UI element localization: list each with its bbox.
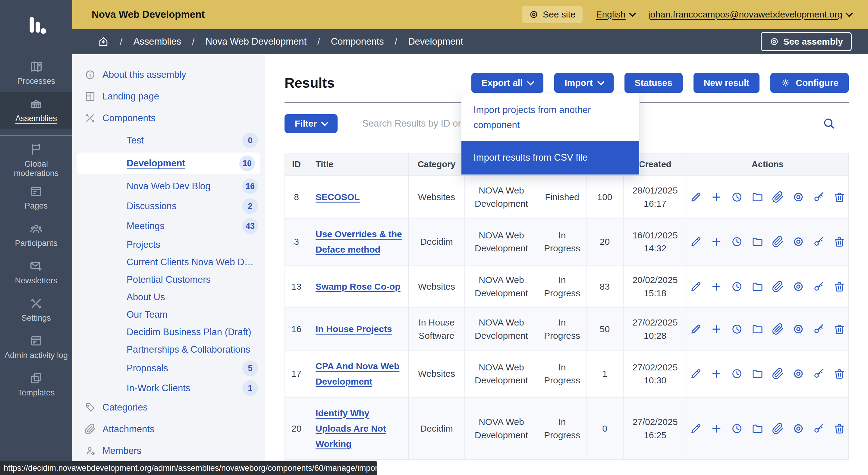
sidebar-item-admin-activity-log[interactable]: Admin activity log [0, 328, 72, 366]
folder-icon[interactable] [751, 323, 764, 335]
folder-icon[interactable] [751, 281, 764, 293]
user-menu[interactable]: johan.francocampos@novawebdevelopment.or… [648, 9, 852, 20]
add-icon[interactable] [710, 191, 722, 203]
delete-icon[interactable] [833, 323, 845, 335]
assembly-menu-partnerships-collaborations[interactable]: Partnerships & Collaborations [84, 343, 258, 356]
attachments-icon[interactable] [772, 422, 784, 435]
attachments-icon[interactable] [772, 191, 784, 203]
import-menu-item[interactable]: Import results from CSV file [461, 141, 639, 174]
assembly-menu-development[interactable]: Development 10 [77, 153, 260, 174]
breadcrumb-item[interactable]: Development [408, 36, 463, 47]
preview-icon[interactable] [792, 281, 804, 293]
edit-icon[interactable] [690, 236, 702, 248]
assembly-menu-discussions[interactable]: Discussions 2 [84, 198, 258, 214]
sidebar-item-assemblies[interactable]: Assemblies [0, 92, 72, 129]
assembly-menu-decidim-business-plan-draft[interactable]: Decidim Business Plan (Draft) [84, 325, 258, 339]
sidebar-item-pages[interactable]: Pages [0, 179, 72, 216]
history-icon[interactable] [731, 191, 743, 203]
assembly-menu-about-this-assembly[interactable]: About this assembly [84, 67, 258, 82]
edit-icon[interactable] [690, 422, 702, 435]
history-icon[interactable] [731, 281, 743, 293]
history-icon[interactable] [731, 422, 743, 435]
assembly-menu-landing-page[interactable]: Landing page [84, 89, 258, 104]
import-menu-item[interactable]: Import projects from another component [461, 94, 639, 141]
sidebar-item-global-moderations[interactable]: Global moderations [0, 141, 72, 179]
folder-icon[interactable] [751, 236, 764, 248]
folder-icon[interactable] [751, 191, 764, 203]
edit-icon[interactable] [690, 323, 702, 335]
folder-icon[interactable] [751, 422, 764, 435]
preview-icon[interactable] [792, 323, 804, 335]
preview-icon[interactable] [792, 368, 804, 380]
new-result-button[interactable]: New result [693, 73, 760, 93]
sidebar-item-newsletters[interactable]: Newsletters [0, 254, 72, 291]
import-button[interactable]: Import [554, 73, 613, 93]
assembly-menu-in-work-clients[interactable]: In-Work Clients 1 [84, 380, 258, 396]
sidebar-item-processes[interactable]: Processes [0, 54, 72, 92]
delete-icon[interactable] [833, 191, 845, 203]
assembly-menu-about-us[interactable]: About Us [84, 290, 258, 304]
preview-icon[interactable] [792, 422, 804, 435]
add-icon[interactable] [710, 368, 722, 380]
folder-icon[interactable] [751, 368, 764, 380]
assembly-menu-members[interactable]: Members [84, 444, 258, 458]
assembly-menu-meetings[interactable]: Meetings 43 [84, 218, 258, 234]
search-icon[interactable] [822, 117, 835, 130]
attachments-icon[interactable] [772, 281, 784, 293]
edit-icon[interactable] [690, 368, 702, 380]
preview-icon[interactable] [792, 236, 804, 248]
export-all-button[interactable]: Export all [471, 73, 544, 93]
attachments-icon[interactable] [772, 236, 784, 248]
decidim-logo[interactable] [0, 0, 72, 54]
home-icon[interactable] [98, 36, 109, 47]
add-icon[interactable] [710, 281, 722, 293]
result-title-link[interactable]: In House Projects [315, 324, 392, 334]
permissions-icon[interactable] [813, 236, 825, 248]
result-title-link[interactable]: Swamp Rose Co-op [315, 282, 401, 291]
sidebar-item-settings[interactable]: Settings [0, 291, 72, 328]
assembly-menu-our-team[interactable]: Our Team [84, 308, 258, 321]
permissions-icon[interactable] [813, 323, 825, 335]
delete-icon[interactable] [833, 422, 845, 435]
edit-icon[interactable] [690, 281, 702, 293]
delete-icon[interactable] [833, 236, 845, 248]
result-title-link[interactable]: CPA And Nova Web Development [315, 361, 399, 386]
breadcrumb-item[interactable]: Nova Web Development [206, 36, 307, 47]
permissions-icon[interactable] [813, 191, 825, 203]
assembly-menu-projects[interactable]: Projects [84, 238, 258, 251]
assembly-menu-proposals[interactable]: Proposals 5 [84, 360, 258, 376]
add-icon[interactable] [710, 422, 722, 435]
permissions-icon[interactable] [813, 281, 825, 293]
assembly-menu-test[interactable]: Test 0 [84, 133, 258, 148]
assembly-menu-attachments[interactable]: Attachments [84, 422, 258, 436]
history-icon[interactable] [731, 368, 743, 380]
edit-icon[interactable] [690, 191, 702, 203]
history-icon[interactable] [731, 236, 743, 248]
permissions-icon[interactable] [813, 422, 825, 435]
add-icon[interactable] [710, 236, 722, 248]
assembly-menu-current-clients-nova-web-development[interactable]: Current Clients Nova Web Development [84, 256, 258, 269]
filter-button[interactable]: Filter [284, 114, 338, 133]
assembly-menu-categories[interactable]: Categories [84, 400, 258, 415]
attachments-icon[interactable] [772, 368, 784, 380]
attachments-icon[interactable] [772, 323, 784, 335]
history-icon[interactable] [731, 323, 743, 335]
delete-icon[interactable] [833, 368, 845, 380]
assembly-menu-potential-customers[interactable]: Potential Customers [84, 273, 258, 286]
sidebar-item-templates[interactable]: Templates [0, 366, 72, 403]
assembly-menu-components[interactable]: Components [84, 111, 258, 125]
result-title-link[interactable]: SECOSOL [315, 192, 360, 202]
result-title-link[interactable]: Use Overrides & the Deface method [315, 229, 402, 254]
permissions-icon[interactable] [813, 368, 825, 380]
assembly-menu-nova-web-dev-blog[interactable]: Nova Web Dev Blog 16 [84, 179, 258, 194]
sidebar-item-participants[interactable]: Participants [0, 216, 72, 254]
add-icon[interactable] [710, 323, 722, 335]
result-title-link[interactable]: Identify Why Uploads Are Not Working [315, 408, 386, 449]
delete-icon[interactable] [833, 281, 845, 293]
preview-icon[interactable] [792, 191, 804, 203]
configure-button[interactable]: Configure [770, 73, 849, 93]
language-selector[interactable]: English [596, 9, 635, 20]
breadcrumb-item[interactable]: Assemblies [133, 36, 181, 47]
see-site-link[interactable]: See site [522, 6, 583, 23]
breadcrumb-item[interactable]: Components [331, 36, 384, 47]
